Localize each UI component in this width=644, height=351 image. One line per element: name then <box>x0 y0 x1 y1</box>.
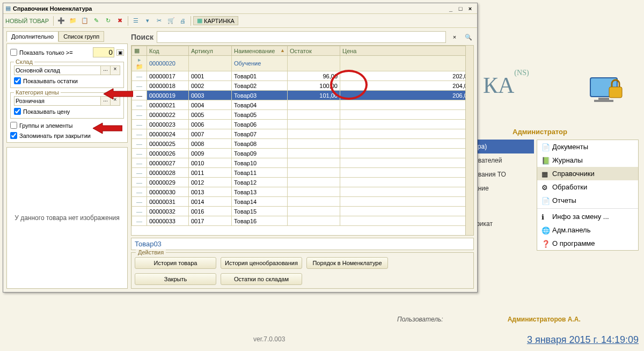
grid-scrollbar[interactable] <box>465 46 473 235</box>
grid-group-row[interactable]: ▸📁00000020Обучение <box>132 56 473 71</box>
nav-reports[interactable]: 📄Отчеты <box>537 194 638 207</box>
window-icon: ▦ <box>5 5 11 12</box>
cart-icon[interactable]: 🛒 <box>166 16 177 26</box>
svg-rect-1 <box>598 98 609 100</box>
grid-row[interactable]: —000000280011Товар11 <box>132 168 473 178</box>
search-icon[interactable]: 🔍 <box>463 34 474 41</box>
close-button[interactable]: × <box>465 5 475 12</box>
warehouse-clear-button[interactable]: × <box>111 65 120 75</box>
warehouse-legend: Склад <box>14 58 34 65</box>
new-item-button[interactable]: НОВЫЙ ТОВАР <box>5 18 49 24</box>
show-stock-checkbox[interactable] <box>14 77 21 84</box>
grid-row[interactable]: —000000240007Товар07 <box>132 129 473 139</box>
journal-icon: 📗 <box>541 157 549 164</box>
delete-icon[interactable]: ✖ <box>115 16 126 26</box>
nav-about[interactable]: ❓О программе <box>537 237 638 250</box>
picture-icon: ▦ <box>197 17 202 24</box>
grid-header-stock[interactable]: Остаток <box>288 46 340 56</box>
grid-row[interactable]: —000000270010Товар10 <box>132 158 473 168</box>
close-dialog-button[interactable]: Закрыть <box>135 273 216 285</box>
show-only-label: Показать только >= <box>19 49 91 56</box>
app-logo: КА(NS) <box>483 72 529 98</box>
groups-elements-checkbox[interactable] <box>10 122 17 129</box>
window-title: Справочник Номенклатура <box>13 5 446 12</box>
picture-button[interactable]: ▦КАРТИНКА <box>193 16 238 25</box>
remember-close-checkbox[interactable] <box>10 132 17 139</box>
warehouse-input[interactable] <box>14 65 101 75</box>
toolbar: НОВЫЙ ТОВАР ➕ 📁 📋 ✎ ↻ ✖ ☰ ▾ ✂ 🛒 🖨 ▦КАРТИ… <box>3 14 477 28</box>
price-cat-clear-button[interactable]: × <box>111 96 120 106</box>
warehouse-dots-button[interactable]: ... <box>101 65 111 75</box>
nav-admin-panel[interactable]: 🌐Адм.панель <box>537 223 638 237</box>
bg-admin-label: Администратор <box>513 128 567 136</box>
refresh-icon[interactable]: ↻ <box>103 16 114 26</box>
datetime-label: 3 января 2015 г. 14:19:09 <box>527 334 639 346</box>
grid-header-marker[interactable]: ▦ <box>132 46 147 56</box>
nav-panel: 📄Документы 📗Журналы ▦Справочники ⚙Обрабо… <box>537 140 639 251</box>
current-item-name: Товар03 <box>131 238 474 250</box>
list-icon[interactable]: ☰ <box>130 16 141 26</box>
nav-documents[interactable]: 📄Документы <box>537 140 638 153</box>
show-price-label: Показывать цену <box>23 108 70 115</box>
document-icon: 📄 <box>541 143 549 151</box>
grid-row[interactable]: —000000290012Товар12 <box>132 178 473 187</box>
edit-icon[interactable]: ✎ <box>91 16 102 26</box>
tab-additional[interactable]: Дополнительно <box>6 31 58 42</box>
grid-row[interactable]: —000000330017Товар16 <box>132 216 473 226</box>
question-icon: ❓ <box>541 240 549 247</box>
report-icon: 📄 <box>541 197 549 204</box>
gear-icon: ⚙ <box>541 184 549 191</box>
price-cat-dots-button[interactable]: ... <box>101 96 111 106</box>
copy-icon[interactable]: 📋 <box>79 16 90 26</box>
grid-row[interactable]: —000000320016Товар15 <box>132 207 473 216</box>
item-history-button[interactable]: История товара <box>135 257 216 269</box>
grid-row[interactable]: —000000170001Товар0196,00202,00 <box>132 71 473 81</box>
filter-icon[interactable]: ▾ <box>142 16 153 26</box>
svg-rect-2 <box>594 100 613 102</box>
grid-row[interactable]: —000000190003Товар03101,00206,00 <box>132 91 473 100</box>
grid-row[interactable]: —000000310014Товар14 <box>132 197 473 207</box>
grid-row[interactable]: —000000230006Товар06 <box>132 120 473 129</box>
grid-row[interactable]: —000000180002Товар02100,00204,00 <box>132 81 473 91</box>
grid-row[interactable]: —000000260009Товар09 <box>132 149 473 158</box>
show-price-checkbox[interactable] <box>14 108 21 115</box>
add-icon[interactable]: ➕ <box>56 16 67 26</box>
price-category-input[interactable] <box>14 96 101 106</box>
tab-groups[interactable]: Список групп <box>58 31 104 42</box>
add-folder-icon[interactable]: 📁 <box>68 16 78 26</box>
nav-shift-info[interactable]: ℹИнфо за смену ... <box>537 210 638 223</box>
show-only-checkbox[interactable] <box>10 49 17 56</box>
stock-by-warehouse-button[interactable]: Остатки по складам <box>221 273 302 285</box>
remember-close-label: Запоминать при закрытии <box>19 133 91 139</box>
monitor-lock-icon <box>588 75 625 105</box>
grid-header-code[interactable]: Код <box>147 46 189 56</box>
grid-header-price[interactable]: Цена <box>340 46 473 56</box>
show-only-input[interactable] <box>93 47 114 57</box>
nav-directories[interactable]: ▦Справочники <box>537 167 638 180</box>
nav-processing[interactable]: ⚙Обработки <box>537 180 638 194</box>
pricing-history-button[interactable]: История ценообразования <box>221 257 302 269</box>
version-label: ver.7.0.003 <box>253 335 285 343</box>
grid-header-row[interactable]: ▦ Код Артикул Наименование▲ Остаток Цена <box>132 46 473 56</box>
grid-row[interactable]: —000000250008Товар08 <box>132 139 473 149</box>
titlebar[interactable]: ▦ Справочник Номенклатура _ □ × <box>3 3 477 14</box>
grid-header-article[interactable]: Артикул <box>189 46 232 56</box>
grid-header-name[interactable]: Наименование▲ <box>232 46 288 56</box>
actions-group: Действия История товара История ценообра… <box>131 252 474 289</box>
cut-icon[interactable]: ✂ <box>154 16 165 26</box>
search-input[interactable] <box>157 31 446 43</box>
search-clear-button[interactable]: × <box>449 34 460 40</box>
spinner-icon[interactable]: ▣ <box>116 49 124 56</box>
data-grid[interactable]: ▦ Код Артикул Наименование▲ Остаток Цена… <box>131 45 474 236</box>
minimize-button[interactable]: _ <box>446 5 456 12</box>
maximize-button[interactable]: □ <box>456 5 465 12</box>
search-label: Поиск <box>131 33 153 41</box>
grid-row[interactable]: —000000300013Товар13 <box>132 187 473 197</box>
order-button[interactable]: Порядок в Номенклатуре <box>306 257 388 269</box>
svg-rect-3 <box>609 87 622 98</box>
grid-row[interactable]: —000000220005Товар05 <box>132 110 473 120</box>
grid-row[interactable]: —000000210004Товар04 <box>132 100 473 110</box>
print-icon[interactable]: 🖨 <box>178 16 188 26</box>
nav-journals[interactable]: 📗Журналы <box>537 153 638 167</box>
actions-legend: Действия <box>136 249 166 255</box>
